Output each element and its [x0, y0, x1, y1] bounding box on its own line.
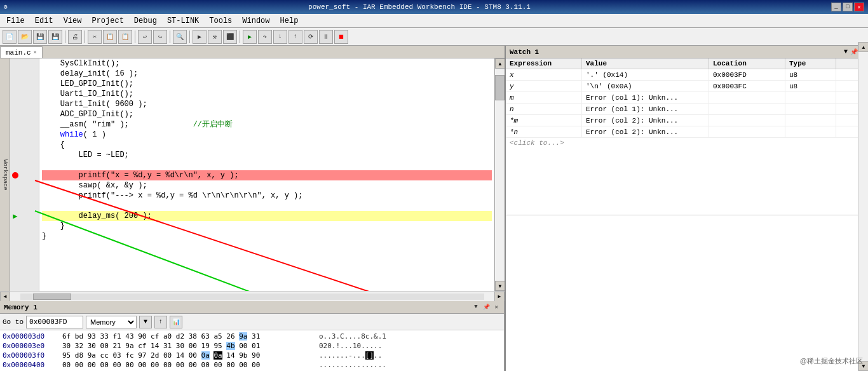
- menu-stlink[interactable]: ST-LINK: [163, 15, 203, 27]
- debug-go-button[interactable]: ▶: [243, 30, 257, 44]
- redo-button[interactable]: ↪: [153, 30, 167, 44]
- menu-edit[interactable]: Edit: [31, 15, 57, 27]
- editor-tab-main-c[interactable]: main.c ×: [0, 46, 43, 58]
- menu-debug[interactable]: Debug: [130, 15, 161, 27]
- cut-button[interactable]: ✂: [88, 30, 102, 44]
- watch-pin-btn[interactable]: 📌: [850, 48, 858, 56]
- memory-type-select[interactable]: Memory: [86, 316, 137, 328]
- paste-button[interactable]: 📋: [118, 30, 132, 44]
- debug-reset[interactable]: ⟳: [304, 30, 318, 44]
- maximize-button[interactable]: □: [843, 3, 853, 11]
- gutter-row: [10, 201, 39, 211]
- hscroll-left-btn[interactable]: ◀: [0, 292, 10, 302]
- menu-file[interactable]: File: [3, 15, 29, 27]
- scroll-up-btn[interactable]: ▲: [495, 58, 505, 69]
- menu-project[interactable]: Project: [88, 15, 127, 27]
- gutter-row: [10, 180, 39, 191]
- gutter-row: [10, 160, 39, 170]
- watch-col-type-header: Type: [785, 58, 836, 69]
- debug-step-out[interactable]: ↑: [288, 30, 302, 44]
- print-button[interactable]: 🖨: [68, 30, 82, 44]
- hscroll-thumb[interactable]: [33, 293, 71, 300]
- debug-stop[interactable]: ⏹: [334, 30, 348, 44]
- menu-tools[interactable]: Tools: [205, 15, 236, 27]
- minimize-button[interactable]: _: [831, 3, 841, 11]
- memory-next-btn[interactable]: ↑: [154, 316, 167, 328]
- watch-dropdown-btn[interactable]: ▼: [844, 48, 848, 55]
- build-button[interactable]: ⚒: [208, 30, 222, 44]
- watch-row-n[interactable]: n Error (col 1): Unkn...: [506, 104, 868, 115]
- scroll-down-btn[interactable]: ▼: [495, 281, 505, 291]
- save-all-button[interactable]: 💾: [48, 30, 62, 44]
- close-button[interactable]: ✕: [854, 3, 864, 11]
- undo-button[interactable]: ↩: [138, 30, 152, 44]
- code-line: Uart1_IO_Init();: [42, 89, 492, 99]
- gutter-row: [10, 130, 39, 140]
- save-button[interactable]: 💾: [33, 30, 47, 44]
- hscroll-track[interactable]: [20, 293, 484, 300]
- click-to-add-row[interactable]: <click to...>: [506, 138, 868, 148]
- stop-button[interactable]: ⬛: [223, 30, 237, 44]
- mem-bytes: 6f bd 93 33 f1 43 90 cf a0 d2 38 63 a5 2…: [62, 332, 316, 341]
- watch-type-star-m: [785, 115, 836, 126]
- memory-goto-label: Go to: [3, 318, 24, 326]
- watch-expr-x: x: [506, 69, 582, 80]
- copy-button[interactable]: 📋: [103, 30, 117, 44]
- memory-content-area: 0x000003d0 6f bd 93 33 f1 43 90 cf a0 d2…: [0, 330, 504, 371]
- memory-chart-btn[interactable]: 📊: [170, 316, 182, 328]
- watch-row-y[interactable]: y '\n' (0x0A) 0x0003FC u8: [506, 81, 868, 92]
- left-panel: main.c × Workspace: [0, 46, 505, 371]
- debug-step-over[interactable]: ↷: [258, 30, 272, 44]
- memory-panel-title: Memory 1: [4, 304, 37, 311]
- window-title: power_soft - IAR Embedded Workbench IDE …: [8, 3, 831, 11]
- watch-row-x[interactable]: x '.' (0x14) 0x0003FD u8: [506, 69, 868, 81]
- memory-panel-close-btn[interactable]: ✕: [493, 303, 500, 311]
- memory-toolbar: Go to Memory ▼ ↑ 📊: [0, 314, 504, 330]
- memory-panel-pin-btn[interactable]: 📌: [481, 303, 492, 311]
- editor-vscroll[interactable]: ▲ ▼: [494, 58, 505, 291]
- watch-location-star-m: [709, 115, 785, 126]
- watch-row-star-m[interactable]: *m Error (col 2): Unkn...: [506, 115, 868, 126]
- watch-expr-star-n: *n: [506, 126, 582, 137]
- watch-expr-n: n: [506, 104, 582, 114]
- current-line-arrow: ▶: [10, 212, 20, 221]
- menu-window[interactable]: Window: [238, 15, 273, 27]
- scroll-thumb[interactable]: [495, 75, 505, 100]
- watch-row-m[interactable]: m Error (col 1): Unkn...: [506, 92, 868, 104]
- code-line-current: delay_ms( 200 );: [42, 211, 492, 221]
- code-line: LED = ~LED;: [42, 150, 492, 160]
- watch-type-m: [785, 92, 836, 103]
- tab-close-button[interactable]: ×: [34, 50, 37, 56]
- code-hscroll[interactable]: ◀ ▶: [0, 291, 505, 301]
- new-button[interactable]: 📄: [3, 30, 17, 44]
- mem-addr: 0x000003f0: [3, 351, 60, 360]
- memory-row: 0x000003e0 30 32 30 00 21 9a cf 14 31 30…: [3, 341, 501, 351]
- app-window: ⚙ power_soft - IAR Embedded Workbench ID…: [0, 0, 868, 371]
- watch-row-star-n[interactable]: *n Error (col 2): Unkn...: [506, 126, 868, 138]
- gutter-row: [10, 221, 39, 231]
- compile-button[interactable]: ▶: [193, 30, 207, 44]
- hscroll-right-btn[interactable]: ▶: [494, 292, 505, 302]
- watch-expr-m: m: [506, 92, 582, 103]
- watch-type-star-n: [785, 126, 836, 137]
- workspace-sidebar: Workspace: [0, 58, 10, 291]
- menu-help[interactable]: Help: [276, 15, 302, 27]
- memory-panel-controls: ▼ 📌 ✕: [472, 303, 500, 311]
- debug-step-into[interactable]: ↓: [273, 30, 287, 44]
- watch-location-x: 0x0003FD: [709, 69, 785, 80]
- scroll-track[interactable]: [495, 69, 505, 281]
- watch-value-star-m: Error (col 2): Unkn...: [582, 115, 709, 126]
- debug-pause[interactable]: ⏸: [319, 30, 333, 44]
- memory-prev-btn[interactable]: ▼: [139, 316, 152, 328]
- memory-address-input[interactable]: [26, 316, 83, 328]
- right-panel-bottom: [506, 215, 868, 372]
- menu-view[interactable]: View: [60, 15, 86, 27]
- sep4: [170, 30, 170, 43]
- open-button[interactable]: 📂: [18, 30, 32, 44]
- watch-table: Expression Value Location Type x '.' (0x…: [506, 58, 868, 215]
- watch-expr-star-m: *m: [506, 115, 582, 126]
- code-line: [42, 201, 492, 211]
- memory-panel-dropdown-btn[interactable]: ▼: [472, 303, 479, 311]
- mem-bytes: 95 d8 9a cc 03 fc 97 2d 00 14 00 0a 0a 1…: [62, 351, 316, 360]
- search-button[interactable]: 🔍: [173, 30, 187, 44]
